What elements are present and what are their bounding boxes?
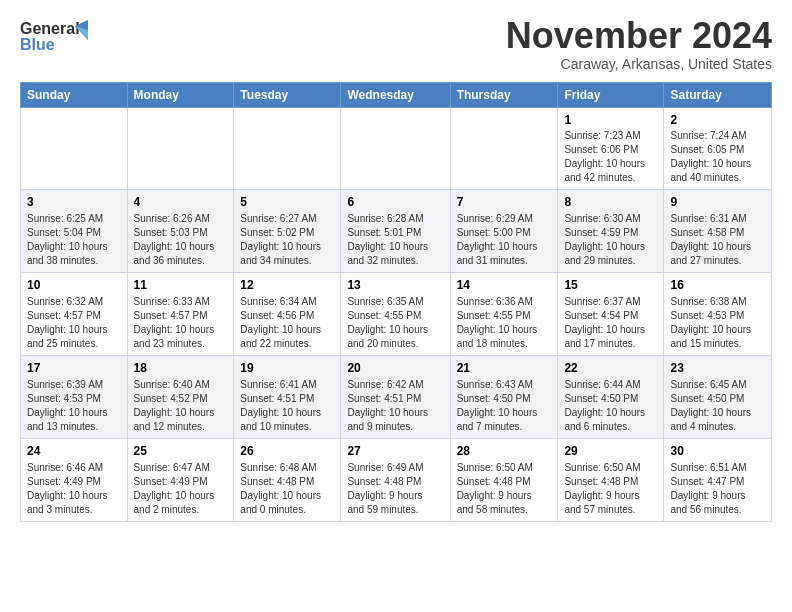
day-number: 30: [670, 443, 765, 460]
calendar-cell: 26Sunrise: 6:48 AMSunset: 4:48 PMDayligh…: [234, 438, 341, 521]
day-info: Sunrise: 6:33 AMSunset: 4:57 PMDaylight:…: [134, 295, 228, 351]
day-info: Sunrise: 6:44 AMSunset: 4:50 PMDaylight:…: [564, 378, 657, 434]
page: General Blue November 2024 Caraway, Arka…: [0, 0, 792, 532]
calendar-cell: [21, 107, 128, 190]
svg-text:General: General: [20, 20, 80, 37]
day-info: Sunrise: 6:39 AMSunset: 4:53 PMDaylight:…: [27, 378, 121, 434]
weekday-header-row: SundayMondayTuesdayWednesdayThursdayFrid…: [21, 82, 772, 107]
day-number: 16: [670, 277, 765, 294]
svg-text:Blue: Blue: [20, 36, 55, 53]
day-number: 23: [670, 360, 765, 377]
weekday-header-friday: Friday: [558, 82, 664, 107]
day-info: Sunrise: 6:50 AMSunset: 4:48 PMDaylight:…: [457, 461, 552, 517]
day-info: Sunrise: 6:32 AMSunset: 4:57 PMDaylight:…: [27, 295, 121, 351]
day-number: 6: [347, 194, 443, 211]
day-info: Sunrise: 6:40 AMSunset: 4:52 PMDaylight:…: [134, 378, 228, 434]
calendar-cell: 1Sunrise: 7:23 AMSunset: 6:06 PMDaylight…: [558, 107, 664, 190]
day-number: 21: [457, 360, 552, 377]
calendar-cell: 9Sunrise: 6:31 AMSunset: 4:58 PMDaylight…: [664, 190, 772, 273]
day-info: Sunrise: 6:41 AMSunset: 4:51 PMDaylight:…: [240, 378, 334, 434]
day-info: Sunrise: 6:35 AMSunset: 4:55 PMDaylight:…: [347, 295, 443, 351]
calendar-cell: 21Sunrise: 6:43 AMSunset: 4:50 PMDayligh…: [450, 355, 558, 438]
calendar-cell: [450, 107, 558, 190]
day-number: 9: [670, 194, 765, 211]
day-number: 15: [564, 277, 657, 294]
day-number: 17: [27, 360, 121, 377]
calendar-week-row: 3Sunrise: 6:25 AMSunset: 5:04 PMDaylight…: [21, 190, 772, 273]
calendar-cell: 5Sunrise: 6:27 AMSunset: 5:02 PMDaylight…: [234, 190, 341, 273]
day-info: Sunrise: 6:34 AMSunset: 4:56 PMDaylight:…: [240, 295, 334, 351]
calendar-cell: 20Sunrise: 6:42 AMSunset: 4:51 PMDayligh…: [341, 355, 450, 438]
calendar-week-row: 17Sunrise: 6:39 AMSunset: 4:53 PMDayligh…: [21, 355, 772, 438]
day-info: Sunrise: 6:43 AMSunset: 4:50 PMDaylight:…: [457, 378, 552, 434]
calendar-cell: 29Sunrise: 6:50 AMSunset: 4:48 PMDayligh…: [558, 438, 664, 521]
calendar-cell: [234, 107, 341, 190]
day-number: 20: [347, 360, 443, 377]
day-number: 4: [134, 194, 228, 211]
day-number: 28: [457, 443, 552, 460]
day-number: 25: [134, 443, 228, 460]
calendar-cell: 15Sunrise: 6:37 AMSunset: 4:54 PMDayligh…: [558, 273, 664, 356]
weekday-header-thursday: Thursday: [450, 82, 558, 107]
day-number: 13: [347, 277, 443, 294]
logo-icon: General Blue: [20, 16, 90, 56]
calendar-cell: 11Sunrise: 6:33 AMSunset: 4:57 PMDayligh…: [127, 273, 234, 356]
calendar-cell: 14Sunrise: 6:36 AMSunset: 4:55 PMDayligh…: [450, 273, 558, 356]
day-info: Sunrise: 6:37 AMSunset: 4:54 PMDaylight:…: [564, 295, 657, 351]
calendar-cell: 27Sunrise: 6:49 AMSunset: 4:48 PMDayligh…: [341, 438, 450, 521]
calendar-cell: 3Sunrise: 6:25 AMSunset: 5:04 PMDaylight…: [21, 190, 128, 273]
calendar-cell: 10Sunrise: 6:32 AMSunset: 4:57 PMDayligh…: [21, 273, 128, 356]
calendar-cell: 7Sunrise: 6:29 AMSunset: 5:00 PMDaylight…: [450, 190, 558, 273]
day-number: 29: [564, 443, 657, 460]
day-number: 12: [240, 277, 334, 294]
day-number: 27: [347, 443, 443, 460]
weekday-header-monday: Monday: [127, 82, 234, 107]
day-number: 8: [564, 194, 657, 211]
calendar-cell: 19Sunrise: 6:41 AMSunset: 4:51 PMDayligh…: [234, 355, 341, 438]
calendar-week-row: 1Sunrise: 7:23 AMSunset: 6:06 PMDaylight…: [21, 107, 772, 190]
header: General Blue November 2024 Caraway, Arka…: [20, 16, 772, 72]
weekday-header-wednesday: Wednesday: [341, 82, 450, 107]
title-block: November 2024 Caraway, Arkansas, United …: [506, 16, 772, 72]
day-number: 7: [457, 194, 552, 211]
day-info: Sunrise: 7:24 AMSunset: 6:05 PMDaylight:…: [670, 129, 765, 185]
weekday-header-saturday: Saturday: [664, 82, 772, 107]
calendar-cell: 6Sunrise: 6:28 AMSunset: 5:01 PMDaylight…: [341, 190, 450, 273]
day-info: Sunrise: 7:23 AMSunset: 6:06 PMDaylight:…: [564, 129, 657, 185]
day-number: 26: [240, 443, 334, 460]
calendar-header: SundayMondayTuesdayWednesdayThursdayFrid…: [21, 82, 772, 107]
day-number: 19: [240, 360, 334, 377]
calendar-cell: 16Sunrise: 6:38 AMSunset: 4:53 PMDayligh…: [664, 273, 772, 356]
calendar-week-row: 10Sunrise: 6:32 AMSunset: 4:57 PMDayligh…: [21, 273, 772, 356]
day-info: Sunrise: 6:29 AMSunset: 5:00 PMDaylight:…: [457, 212, 552, 268]
day-info: Sunrise: 6:46 AMSunset: 4:49 PMDaylight:…: [27, 461, 121, 517]
day-info: Sunrise: 6:30 AMSunset: 4:59 PMDaylight:…: [564, 212, 657, 268]
calendar-cell: 17Sunrise: 6:39 AMSunset: 4:53 PMDayligh…: [21, 355, 128, 438]
day-number: 10: [27, 277, 121, 294]
day-info: Sunrise: 6:25 AMSunset: 5:04 PMDaylight:…: [27, 212, 121, 268]
calendar-cell: 18Sunrise: 6:40 AMSunset: 4:52 PMDayligh…: [127, 355, 234, 438]
day-info: Sunrise: 6:50 AMSunset: 4:48 PMDaylight:…: [564, 461, 657, 517]
day-info: Sunrise: 6:49 AMSunset: 4:48 PMDaylight:…: [347, 461, 443, 517]
calendar-cell: 2Sunrise: 7:24 AMSunset: 6:05 PMDaylight…: [664, 107, 772, 190]
calendar-cell: 12Sunrise: 6:34 AMSunset: 4:56 PMDayligh…: [234, 273, 341, 356]
calendar-body: 1Sunrise: 7:23 AMSunset: 6:06 PMDaylight…: [21, 107, 772, 521]
calendar-cell: 8Sunrise: 6:30 AMSunset: 4:59 PMDaylight…: [558, 190, 664, 273]
day-info: Sunrise: 6:27 AMSunset: 5:02 PMDaylight:…: [240, 212, 334, 268]
day-info: Sunrise: 6:26 AMSunset: 5:03 PMDaylight:…: [134, 212, 228, 268]
day-info: Sunrise: 6:42 AMSunset: 4:51 PMDaylight:…: [347, 378, 443, 434]
day-info: Sunrise: 6:48 AMSunset: 4:48 PMDaylight:…: [240, 461, 334, 517]
day-number: 24: [27, 443, 121, 460]
calendar-cell: 23Sunrise: 6:45 AMSunset: 4:50 PMDayligh…: [664, 355, 772, 438]
calendar-cell: 30Sunrise: 6:51 AMSunset: 4:47 PMDayligh…: [664, 438, 772, 521]
calendar-cell: [341, 107, 450, 190]
calendar-cell: 13Sunrise: 6:35 AMSunset: 4:55 PMDayligh…: [341, 273, 450, 356]
logo: General Blue: [20, 16, 90, 56]
day-info: Sunrise: 6:36 AMSunset: 4:55 PMDaylight:…: [457, 295, 552, 351]
calendar-table: SundayMondayTuesdayWednesdayThursdayFrid…: [20, 82, 772, 522]
calendar-cell: 28Sunrise: 6:50 AMSunset: 4:48 PMDayligh…: [450, 438, 558, 521]
day-info: Sunrise: 6:38 AMSunset: 4:53 PMDaylight:…: [670, 295, 765, 351]
day-number: 5: [240, 194, 334, 211]
day-number: 1: [564, 112, 657, 129]
day-info: Sunrise: 6:45 AMSunset: 4:50 PMDaylight:…: [670, 378, 765, 434]
